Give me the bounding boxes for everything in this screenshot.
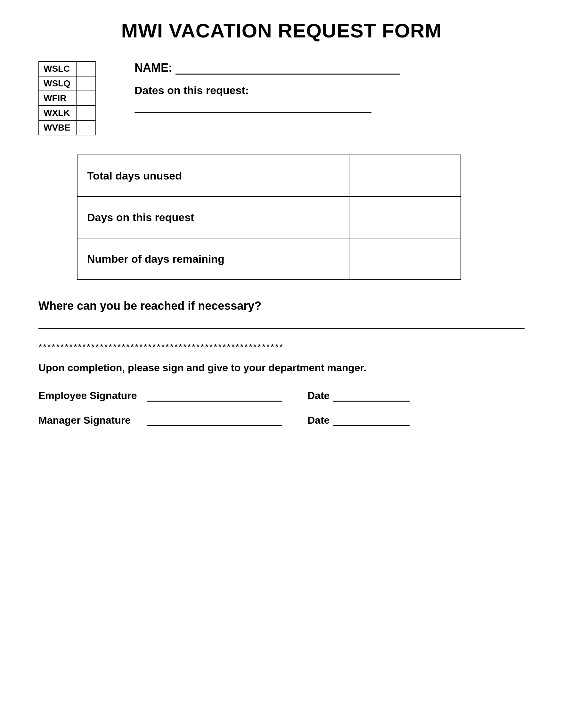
manager-date-label: Date: [308, 414, 330, 426]
contact-label: Where can you be reached if necessary?: [38, 299, 525, 313]
days-row: Days on this request: [77, 196, 461, 238]
manager-sig-label: Manager Signature: [38, 414, 147, 426]
employee-date-label: Date: [308, 390, 330, 402]
contact-section: Where can you be reached if necessary?: [38, 299, 525, 329]
name-label: NAME:: [134, 61, 172, 75]
code-row: WSLQ: [39, 76, 96, 91]
days-row: Number of days remaining: [77, 238, 461, 280]
days-row: Total days unused: [77, 155, 461, 196]
name-dates-section: NAME: Dates on this request:: [134, 61, 525, 113]
code-value-cell[interactable]: [76, 61, 96, 76]
days-value-cell[interactable]: [349, 155, 461, 196]
days-table-section: Total days unusedDays on this requestNum…: [77, 155, 525, 280]
code-cell: WFIR: [39, 91, 76, 106]
name-line: NAME:: [134, 61, 525, 75]
code-cell: WVBE: [39, 120, 76, 135]
days-label-cell: Total days unused: [77, 155, 349, 196]
code-cell: WXLK: [39, 106, 76, 120]
manager-signature-row: Manager Signature Date: [38, 414, 525, 426]
employee-sig-label: Employee Signature: [38, 390, 147, 402]
employee-sig-line[interactable]: [147, 391, 282, 402]
code-value-cell[interactable]: [76, 91, 96, 106]
codes-table: WSLCWSLQWFIRWXLKWVBE: [38, 61, 96, 135]
code-row: WFIR: [39, 91, 96, 106]
code-cell: WSLC: [39, 61, 76, 76]
code-value-cell[interactable]: [76, 120, 96, 135]
code-value-cell[interactable]: [76, 106, 96, 120]
days-value-cell[interactable]: [349, 238, 461, 280]
employee-signature-row: Employee Signature Date: [38, 390, 525, 402]
name-input-line[interactable]: [175, 63, 400, 75]
code-row: WVBE: [39, 120, 96, 135]
dates-label: Dates on this request:: [134, 84, 525, 97]
separator-stars: ****************************************…: [38, 341, 525, 352]
dates-input-line[interactable]: [134, 109, 372, 113]
page-title: MWI VACATION REQUEST FORM: [38, 19, 525, 42]
manager-sig-line[interactable]: [147, 416, 282, 426]
top-section: WSLCWSLQWFIRWXLKWVBE NAME: Dates on this…: [38, 61, 525, 135]
signature-section: Employee Signature Date Manager Signatur…: [38, 390, 525, 426]
code-row: WSLC: [39, 61, 96, 76]
days-value-cell[interactable]: [349, 196, 461, 238]
manager-date-line[interactable]: [333, 416, 410, 426]
code-cell: WSLQ: [39, 76, 76, 91]
days-table: Total days unusedDays on this requestNum…: [77, 155, 461, 280]
contact-input-line[interactable]: [38, 325, 525, 329]
days-label-cell: Number of days remaining: [77, 238, 349, 280]
employee-date-line[interactable]: [333, 391, 410, 402]
code-value-cell[interactable]: [76, 76, 96, 91]
completion-notice: Upon completion, please sign and give to…: [38, 362, 525, 374]
code-row: WXLK: [39, 106, 96, 120]
days-label-cell: Days on this request: [77, 196, 349, 238]
